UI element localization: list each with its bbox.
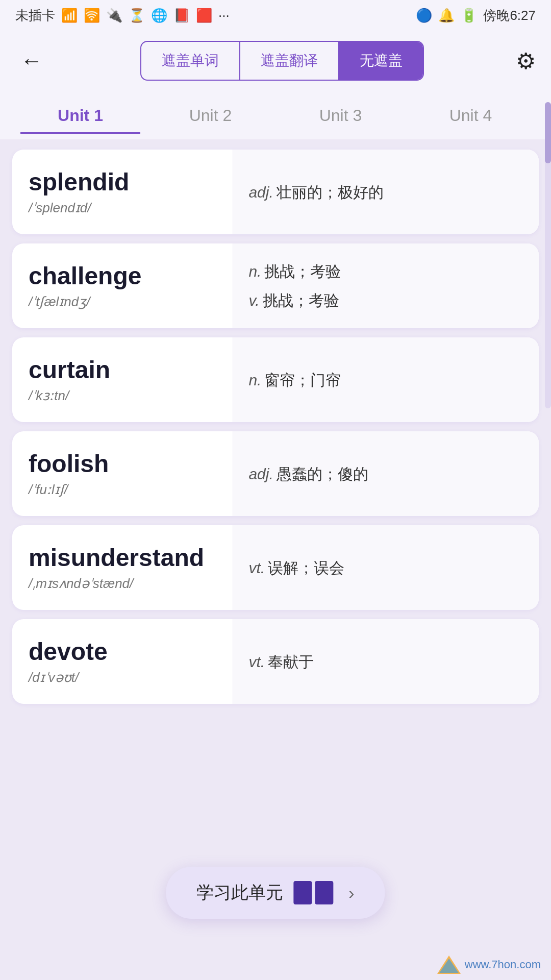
- word-left-4: misunderstand/ˌmɪsʌndəˈstænd/: [12, 525, 233, 610]
- word-right-5: vt.奉献于: [233, 619, 539, 704]
- word-def-0-0: adj.壮丽的；极好的: [248, 181, 523, 204]
- unit-tabs: Unit 1 Unit 2 Unit 3 Unit 4: [0, 91, 551, 139]
- study-button-chevron: ›: [348, 883, 354, 903]
- word-card[interactable]: foolish/ˈfuːlɪʃ/adj.愚蠢的；傻的: [12, 431, 539, 516]
- word-def-5-0: vt.奉献于: [248, 650, 523, 673]
- word-card[interactable]: challenge/ˈtʃælɪndʒ/n.挑战；考验v.挑战；考验: [12, 243, 539, 328]
- word-phonetic-1: /ˈtʃælɪndʒ/: [29, 294, 216, 310]
- word-name-3: foolish: [29, 450, 216, 478]
- word-def-1-0: n.挑战；考验: [248, 260, 523, 283]
- watermark-text: www.7hon.com: [465, 958, 541, 971]
- word-name-5: devote: [29, 638, 216, 666]
- word-def-2-0: n.窗帘；门帘: [248, 369, 523, 391]
- word-phonetic-3: /ˈfuːlɪʃ/: [29, 482, 216, 498]
- word-phonetic-4: /ˌmɪsʌndəˈstænd/: [29, 576, 216, 592]
- word-left-0: splendid/ˈsplendɪd/: [12, 150, 233, 234]
- status-right: 🔵 🔔 🔋 傍晚6:27: [416, 7, 536, 24]
- settings-button[interactable]: ⚙: [516, 48, 536, 74]
- battery-icon: 🔋: [461, 8, 477, 23]
- book-icon: 📕: [173, 8, 190, 23]
- word-phonetic-5: /dɪˈvəʊt/: [29, 670, 216, 685]
- word-left-2: curtain/ˈkɜːtn/: [12, 337, 233, 422]
- word-card[interactable]: curtain/ˈkɜːtn/n.窗帘；门帘: [12, 337, 539, 422]
- study-unit-button[interactable]: 学习此单元 ›: [166, 867, 385, 919]
- word-list: splendid/ˈsplendɪd/adj.壮丽的；极好的challenge/…: [0, 139, 551, 806]
- word-phonetic-0: /ˈsplendɪd/: [29, 200, 216, 216]
- cover-word-button[interactable]: 遮盖单词: [141, 42, 240, 80]
- timer-icon: ⏳: [129, 8, 145, 23]
- time-text: 傍晚6:27: [483, 7, 536, 24]
- word-name-1: challenge: [29, 262, 216, 290]
- wifi-icon: 🛜: [84, 8, 100, 23]
- word-left-5: devote/dɪˈvəʊt/: [12, 619, 233, 704]
- carrier-text: 未插卡: [15, 7, 55, 24]
- word-card[interactable]: misunderstand/ˌmɪsʌndəˈstænd/vt.误解；误会: [12, 525, 539, 610]
- globe-icon: 🌐: [151, 8, 167, 23]
- status-bar: 未插卡 📶 🛜 🔌 ⏳ 🌐 📕 🟥 ··· 🔵 🔔 🔋 傍晚6:27: [0, 0, 551, 31]
- word-def-1-1: v.挑战；考验: [248, 289, 523, 312]
- scrollbar-thumb: [545, 102, 551, 163]
- usb-icon: 🔌: [106, 8, 122, 23]
- filter-group: 遮盖单词 遮盖翻译 无遮盖: [140, 41, 424, 81]
- tab-unit1[interactable]: Unit 1: [20, 101, 140, 134]
- tab-unit2[interactable]: Unit 2: [151, 101, 270, 134]
- watermark-logo: [436, 954, 462, 975]
- word-left-3: foolish/ˈfuːlɪʃ/: [12, 431, 233, 516]
- word-name-0: splendid: [29, 168, 216, 196]
- svg-marker-1: [439, 959, 459, 973]
- back-button[interactable]: ←: [15, 48, 48, 74]
- word-phonetic-2: /ˈkɜːtn/: [29, 388, 216, 404]
- watermark: www.7hon.com: [436, 954, 541, 975]
- more-icon: ···: [218, 8, 230, 23]
- word-card[interactable]: splendid/ˈsplendɪd/adj.壮丽的；极好的: [12, 150, 539, 234]
- word-name-4: misunderstand: [29, 544, 216, 572]
- word-right-2: n.窗帘；门帘: [233, 337, 539, 422]
- tab-unit4[interactable]: Unit 4: [411, 101, 531, 134]
- study-button-label: 学习此单元: [196, 881, 283, 904]
- signal-icon: 📶: [61, 8, 78, 23]
- flashcard-icon-right: [315, 881, 333, 904]
- word-right-0: adj.壮丽的；极好的: [233, 150, 539, 234]
- word-right-4: vt.误解；误会: [233, 525, 539, 610]
- word-left-1: challenge/ˈtʃælɪndʒ/: [12, 243, 233, 328]
- scrollbar-track[interactable]: [545, 102, 551, 408]
- word-name-2: curtain: [29, 356, 216, 384]
- tab-unit3[interactable]: Unit 3: [281, 101, 400, 134]
- word-card[interactable]: devote/dɪˈvəʊt/vt.奉献于: [12, 619, 539, 704]
- word-def-4-0: vt.误解；误会: [248, 556, 523, 579]
- word-right-3: adj.愚蠢的；傻的: [233, 431, 539, 516]
- word-right-1: n.挑战；考验v.挑战；考验: [233, 243, 539, 328]
- word-def-3-0: adj.愚蠢的；傻的: [248, 462, 523, 485]
- study-button-icon: [293, 881, 333, 904]
- qr-icon: 🟥: [196, 8, 212, 23]
- no-cover-button[interactable]: 无遮盖: [339, 42, 423, 80]
- cover-translation-button[interactable]: 遮盖翻译: [240, 42, 339, 80]
- bluetooth-icon: 🔵: [416, 8, 432, 23]
- toolbar: ← 遮盖单词 遮盖翻译 无遮盖 ⚙: [0, 31, 551, 91]
- status-left: 未插卡 📶 🛜 🔌 ⏳ 🌐 📕 🟥 ···: [15, 7, 230, 24]
- bell-icon: 🔔: [438, 8, 455, 23]
- flashcard-icon-left: [293, 881, 312, 904]
